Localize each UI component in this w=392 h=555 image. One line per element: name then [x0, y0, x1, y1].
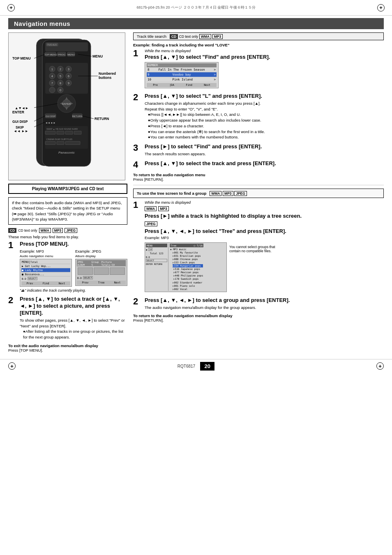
- step1-content: Press [TOP MENU]. Example: MP3 Audio nav…: [20, 241, 127, 292]
- ts1-badge-mp3: MP3: [158, 206, 168, 211]
- section-divider: [133, 185, 384, 185]
- svg-text:GUI DISP: GUI DISP: [12, 120, 28, 124]
- page-number: 20: [200, 362, 214, 371]
- rs2-desc1: Characters change in alphanumeric order …: [145, 101, 261, 106]
- badge-cd: CD: [8, 228, 16, 233]
- ts2-num: 2: [133, 297, 141, 306]
- ts1-content: While the menu is displayed WMA MP3 Pres…: [145, 200, 384, 294]
- badge-mp3: MP3: [53, 228, 63, 233]
- rs1-num: 1: [133, 49, 141, 58]
- step2-title: Press [▲, ▼] to select a track or [▲, ▼,…: [20, 296, 127, 317]
- svg-text:▲▼◄►: ▲▼◄►: [15, 106, 29, 110]
- svg-text:4: 4: [51, 75, 53, 78]
- ts1-badge-row: WMA MP3: [145, 206, 384, 211]
- remote-svg: TV/O AUX 1 2 3 4 5: [12, 37, 122, 176]
- svg-text:7: 7: [51, 82, 53, 85]
- svg-rect-52: [57, 141, 64, 145]
- svg-text:2: 2: [60, 68, 61, 71]
- svg-rect-49: [74, 131, 81, 134]
- svg-text:RETURN: RETURN: [72, 115, 82, 117]
- rs2-num: 2: [133, 93, 141, 102]
- svg-rect-48: [65, 131, 73, 134]
- step2-content: Press [▲, ▼] to select a track or [▲, ▼,…: [20, 296, 127, 340]
- right-step2: 2 Press [▲, ▼] to select "L" and press […: [133, 93, 384, 140]
- ts-header-left: NUMBER: [148, 64, 158, 67]
- remote-image-box: TV/O AUX 1 2 3 4 5: [8, 32, 125, 180]
- ts1-title-jpeg: Press [▲, ▼, ◄, ►] to select "Tree" and …: [145, 228, 384, 235]
- tree-step1: 1 While the menu is displayed WMA MP3 Pr…: [133, 200, 384, 294]
- svg-text:8: 8: [60, 82, 61, 85]
- left-step2: 2 Press [▲, ▼] to select a track or [▲, …: [8, 296, 127, 340]
- tree-return-header: To return to the audio navigation menu/a…: [133, 313, 233, 318]
- track-search-header: Track title search CD CD text only WMA M…: [133, 32, 384, 40]
- rs1-sub: While the menu is displayed: [145, 49, 384, 53]
- svg-text:ENTER: ENTER: [62, 103, 71, 105]
- ts-screen: NUMBER 8Fall In The Frozen Season> 9Vood…: [145, 62, 219, 88]
- svg-text:9: 9: [68, 82, 69, 85]
- right-step3: 3 Press [►] to select "Find" and press […: [133, 143, 384, 157]
- rs2-desc2: Repeat this step to enter "O", "V", and …: [145, 107, 218, 111]
- rs2-b2: ●Only uppercase appear but the search al…: [148, 117, 384, 123]
- right-step1: 1 While the menu is displayed Press [▲, …: [133, 49, 384, 90]
- ts-badge-mp3: MP3: [212, 34, 223, 39]
- jpeg-album-label: Album display: [75, 254, 127, 258]
- svg-text:TV/O AUX: TV/O AUX: [47, 44, 57, 46]
- jpeg-example-label: Example: JPEG: [75, 249, 127, 253]
- rs1-content: While the menu is displayed Press [▲, ▼]…: [145, 49, 384, 90]
- left-intro: These menus help you find items to play.: [8, 235, 127, 239]
- svg-rect-46: [45, 131, 55, 134]
- ts-badge-wma: WMA: [199, 34, 211, 39]
- ts2-title: Press [▲, ▼, ◄, ►] to select a group and…: [145, 297, 384, 304]
- play-box-title: Playing WMA/MP3/JPEG and CD text: [32, 187, 104, 191]
- rs3-content: Press [►] to select "Find" and press [EN…: [145, 143, 384, 157]
- rs3-desc: The search results screen appears.: [145, 151, 384, 157]
- ts-row3: 10Pink Island>: [147, 77, 217, 82]
- jpeg-screen-block: Example: JPEG Album display JPEG ALBUMGr…: [75, 249, 127, 287]
- svg-text:3: 3: [68, 68, 69, 71]
- remote-container: TV/O AUX 1 2 3 4 5: [12, 37, 122, 176]
- svg-text:SWAP ▲  HD AUD SOUND SURR: SWAP ▲ HD AUD SOUND SURR: [46, 128, 78, 130]
- badge-wma: WMA: [39, 228, 51, 233]
- tree-step2: 2 Press [▲, ▼, ◄, ►] to select a group a…: [133, 297, 384, 311]
- ms-row-header: MENU|Total: [21, 260, 70, 264]
- bottom-reg-right: [376, 362, 384, 370]
- ts1-example: Example: MP3: [145, 236, 384, 240]
- model-number: RQT6817: [178, 364, 195, 368]
- rs2-title: Press [▲, ▼] to select "L" and press [EN…: [145, 93, 384, 100]
- svg-text:◄◄  ►►: ◄◄ ►►: [14, 129, 28, 133]
- rs4-num: 4: [133, 160, 141, 169]
- tree-badge-jpeg: JPEG: [234, 191, 247, 196]
- svg-text:PROG: PROG: [58, 53, 65, 56]
- ts1-badge-wma: WMA: [145, 206, 157, 211]
- screens-row: Example: MP3 Audio navigation menu MENU|…: [20, 249, 127, 287]
- tree-badge-mp3: MP3: [223, 191, 233, 196]
- rs2-b3: ●Press [◄] to erase a character.: [148, 123, 384, 129]
- svg-text:TOP MENU: TOP MENU: [44, 53, 57, 56]
- svg-text:buttons: buttons: [99, 76, 111, 80]
- step1-title: Press [TOP MENU].: [20, 241, 127, 248]
- svg-text:MENU: MENU: [92, 54, 103, 58]
- svg-point-23: [49, 87, 55, 93]
- ts1-jpeg-badge-row: JPEG: [145, 221, 384, 226]
- badge-row-left: CD CD text only WMA MP3 JPEG: [8, 228, 127, 233]
- badge-jpeg: JPEG: [65, 228, 77, 233]
- rs1-title: Press [▲, ▼] to select "Find" and press …: [145, 54, 384, 61]
- ms-row3: ■ Bossanova...: [21, 272, 70, 276]
- rs2-b4: ●You can erase the asterisk (✻) to searc…: [148, 129, 384, 135]
- ts1-badge-jpeg: JPEG: [145, 221, 157, 226]
- mp3-footer: PrevFindNext: [21, 281, 70, 286]
- ts-return-text: Press [RETURN].: [133, 177, 164, 182]
- tree-return-text: Press [RETURN].: [133, 318, 164, 322]
- ts1-num: 1: [133, 200, 141, 210]
- svg-text:◄◄   ►►: ◄◄ ►►: [45, 122, 55, 124]
- svg-text:CINEMA  DLMV  SUBTITLES: CINEMA DLMV SUBTITLES: [46, 138, 73, 140]
- left-column: TV/O AUX 1 2 3 4 5: [8, 32, 127, 355]
- top-info: 6817b-p04-25.fm 20 ページ ２００３年７月４日 金曜日 午後６…: [15, 5, 377, 10]
- ts2-content: Press [▲, ▼, ◄, ►] to select a group and…: [145, 297, 384, 311]
- reg-mark-left: [7, 4, 15, 12]
- mp3-screen-block: Example: MP3 Audio navigation menu MENU|…: [20, 249, 72, 287]
- jpeg-mini-screen: JPEG ALBUMGroup 5Picture Totals:50 B-D: [75, 259, 127, 286]
- rs2-b1: ●Press [|◄◄,►►|] to skip between A, E, I…: [148, 112, 384, 117]
- mp3-example-label: Example: MP3: [20, 249, 72, 253]
- svg-rect-51: [45, 141, 55, 145]
